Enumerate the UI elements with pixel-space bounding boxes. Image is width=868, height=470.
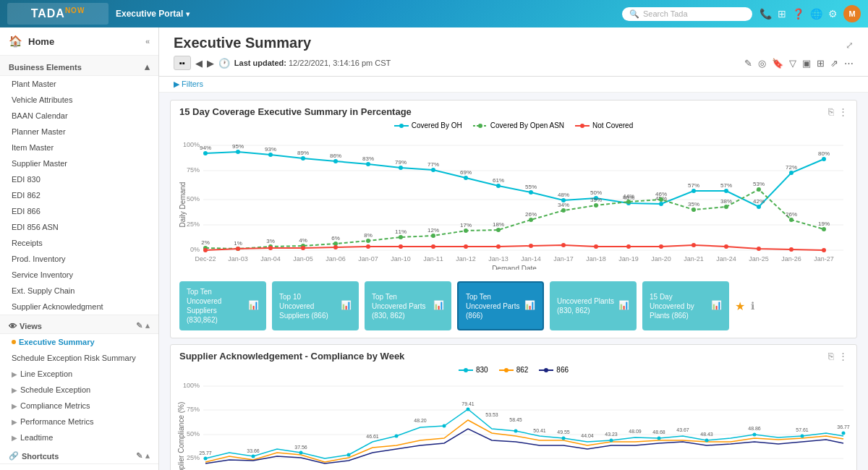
pencil-icon[interactable]: ✎ [744,58,752,69]
svg-point-1 [399,124,404,128]
views-edit-icon[interactable]: ✎ [136,321,142,330]
sidebar-item-supplier-acknowledgment[interactable]: Supplier Acknowledgment [0,299,158,315]
quick-btn-4[interactable]: Top Ten Uncovered Parts (866) 📊 [457,281,544,330]
globe-icon[interactable]: 🌐 [810,8,822,20]
svg-text:35%: 35% [688,201,699,208]
quick-btn-5[interactable]: Uncovered Plants (830, 862) 📊 [550,281,637,330]
link-icon: 🔗 [9,451,19,461]
svg-text:49.55: 49.55 [557,430,570,435]
svg-point-35 [789,171,793,175]
back-icon[interactable]: ◀ [195,58,203,69]
grid-icon[interactable]: ⊞ [778,8,786,20]
sidebar-view-executive-summary[interactable]: Executive Summary [0,334,158,350]
sidebar-item-item-master[interactable]: Item Master [0,140,158,155]
arrow-icon-2: ▶ [12,386,17,394]
sidebar-view-performance-metrics[interactable]: ▶ Performance Metrics [0,414,158,430]
quick-btn-2[interactable]: Top 10 Uncovered Suppliers (866) 📊 [272,281,359,330]
more-icon-3[interactable]: ⋮ [838,351,848,362]
svg-text:48.09: 48.09 [629,429,642,434]
sidebar-item-service-inventory[interactable]: Service Inventory [0,267,158,283]
toolbar-btn-1[interactable]: ▪▪ [174,56,191,70]
copy-icon-2[interactable]: ⎘ [828,351,834,362]
sidebar-view-line-exception[interactable]: ▶ Line Exception [0,366,158,382]
sidebar-item-prod-inventory[interactable]: Prod. Inventory [0,251,158,267]
grid-icon-2[interactable]: ⊞ [817,58,825,69]
svg-text:Jan-14: Jan-14 [521,255,541,262]
sidebar-item-supplier-master[interactable]: Supplier Master [0,155,158,171]
copy-icon[interactable]: ⎘ [828,106,834,117]
chart1-header: 15 Day Coverage Executive Summary in Per… [171,101,856,120]
sidebar-item-planner-master[interactable]: Planner Master [0,124,158,140]
search-icon: 🔍 [629,9,639,19]
share-icon[interactable]: ⇗ [830,58,838,69]
svg-point-105 [464,244,468,249]
svg-point-168 [801,435,804,438]
business-elements-collapse[interactable]: ▴ [145,61,150,72]
quick-btn-3[interactable]: Top Ten Uncovered Parts (830, 862) 📊 [365,281,451,330]
sidebar-item-ext-supply-chain[interactable]: Ext. Supply Chain [0,283,158,299]
shortcuts-collapse-icon[interactable]: ▴ [145,451,150,461]
sidebar-home[interactable]: 🏠 Home « [0,27,158,56]
more-icon-2[interactable]: ⋮ [838,106,848,117]
sidebar-item-vehicle-attributes[interactable]: Vehicle Attributes [0,92,158,108]
chart1-panel: 15 Day Coverage Executive Summary in Per… [170,100,857,338]
navbar: TADANOW Executive Portal ▾ 🔍 Search Tada… [0,0,868,27]
settings-icon[interactable]: ⚙ [828,8,838,20]
quick-btn-6[interactable]: 15 Day Uncovered by Plants (866) 📊 [642,281,729,330]
svg-point-160 [443,424,446,428]
star-icon[interactable]: ★ [735,299,745,313]
legend-nc-label: Not Covered [592,121,633,129]
svg-point-64 [431,234,435,238]
svg-point-164 [610,439,613,443]
bookmark-icon[interactable]: 🔖 [772,58,783,69]
sidebar-collapse-icon[interactable]: « [145,37,150,46]
sidebar-item-edi-856-asn[interactable]: EDI 856 ASN [0,219,158,235]
sidebar-view-leadtime[interactable]: ▶ Leadtime [0,430,158,445]
more-icon[interactable]: ⋯ [844,58,854,69]
avatar[interactable]: M [843,5,861,22]
sidebar-item-edi-866[interactable]: EDI 866 [0,203,158,219]
svg-text:3%: 3% [266,238,275,244]
monitor-icon[interactable]: ▣ [802,58,811,69]
sidebar-item-edi-830[interactable]: EDI 830 [0,171,158,187]
svg-text:100%: 100% [183,141,200,148]
info-circle-icon[interactable]: ℹ [751,300,754,312]
chart1-svg: 100% 75% 50% 25% 0% Daily Demand [178,132,851,270]
sidebar-item-baan-calendar[interactable]: BAAN Calendar [0,108,158,124]
sidebar-home-label: Home [28,36,54,47]
help-icon[interactable]: ❓ [792,8,804,20]
sidebar-item-receipts[interactable]: Receipts [0,235,158,251]
search-bar[interactable]: 🔍 Search Tada [622,7,752,21]
main-layout: 🏠 Home « Business Elements ▴ Plant Maste… [0,27,868,470]
views-header: 👁 Views ✎ ▴ [0,315,158,334]
sidebar-view-compliance-metrics[interactable]: ▶ Compliance Metrics [0,398,158,414]
filter-icon[interactable]: ▽ [789,58,796,69]
portal-label[interactable]: Executive Portal ▾ [116,9,622,19]
sidebar-item-edi-862[interactable]: EDI 862 [0,187,158,203]
svg-text:Jan-05: Jan-05 [293,255,313,262]
views-collapse-icon[interactable]: ▴ [145,321,150,330]
svg-text:Jan-06: Jan-06 [326,255,346,262]
shortcuts-edit-icon[interactable]: ✎ [136,451,142,461]
svg-point-99 [268,246,273,250]
svg-text:4%: 4% [299,237,307,244]
sidebar-item-plant-master[interactable]: Plant Master [0,76,158,92]
legend-830: 830 [459,366,488,374]
legend-866: 866 [539,366,569,374]
svg-point-23 [399,166,403,170]
quick-btn-1[interactable]: Top Ten Uncovered Suppliers (830,862) 📊 [179,281,266,330]
svg-text:25.77: 25.77 [199,450,212,456]
target-icon[interactable]: ◎ [758,58,766,69]
expand-icon[interactable]: ⤢ [846,40,854,51]
sidebar-view-schedule-exception[interactable]: ▶ Schedule Exception [0,382,158,398]
sidebar-view-schedule-exception-risk[interactable]: Schedule Exception Risk Summary [0,350,158,366]
btn1-label: Top Ten Uncovered Suppliers (830,862) [187,287,244,325]
forward-icon[interactable]: ▶ [207,58,214,69]
filters-row[interactable]: ▶ Filters [159,77,868,93]
phone-icon[interactable]: 📞 [760,8,772,20]
svg-text:Dec-22: Dec-22 [195,255,216,262]
refresh-icon[interactable]: 🕐 [218,58,230,69]
svg-text:95%: 95% [232,143,244,150]
svg-text:18%: 18% [493,221,504,228]
legend-866-label: 866 [556,366,569,374]
